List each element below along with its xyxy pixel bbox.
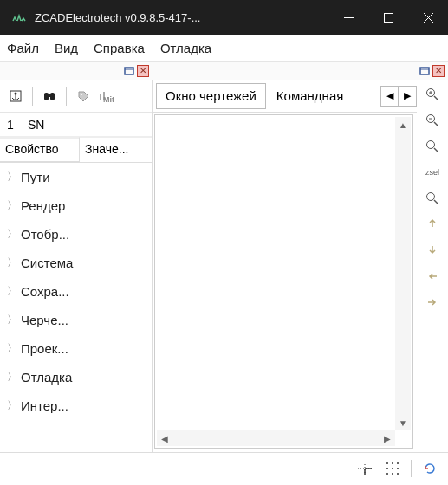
svg-point-41	[397, 462, 399, 464]
window-title: ZCADElectrotech v0.9.8.5-417-...	[35, 11, 200, 24]
pan-right-icon[interactable]	[423, 293, 442, 312]
chevron-right-icon: 〉	[7, 227, 21, 242]
chevron-right-icon: 〉	[7, 341, 21, 356]
tree-item-display[interactable]: 〉Отобр...	[0, 220, 152, 249]
titlebar: ZCADElectrotech v0.9.8.5-417-...	[0, 0, 448, 35]
zoom-extents-icon[interactable]	[423, 137, 442, 156]
tree-item-project[interactable]: 〉Проек...	[0, 334, 152, 363]
tree-item-paths[interactable]: 〉Пути	[0, 163, 152, 191]
col-property[interactable]: Свойство	[0, 137, 80, 162]
chevron-right-icon: 〉	[7, 170, 21, 184]
scroll-down-icon[interactable]: ▼	[395, 415, 411, 430]
horizontal-scrollbar[interactable]: ◀ ▶	[157, 430, 395, 446]
svg-point-42	[386, 468, 388, 469]
chevron-right-icon: 〉	[7, 370, 21, 385]
svg-point-45	[386, 473, 388, 475]
pan-left-icon[interactable]	[423, 267, 442, 286]
menu-file[interactable]: Файл	[7, 41, 39, 55]
tag-icon[interactable]	[73, 85, 94, 107]
panel-minimize-icon[interactable]	[123, 65, 135, 77]
zoom-in-icon[interactable]	[423, 85, 442, 104]
svg-rect-13	[48, 94, 51, 97]
properties-header: Свойство Значе...	[0, 137, 152, 163]
properties-toolbar: Mit	[0, 80, 152, 113]
row-sn: SN	[28, 118, 44, 132]
tree-item-system[interactable]: 〉Система	[0, 249, 152, 277]
scroll-up-icon[interactable]: ▲	[395, 117, 411, 133]
svg-point-43	[392, 468, 393, 469]
tab-drawings[interactable]: Окно чертежей	[156, 83, 266, 109]
zoom-selection-label[interactable]: zsel	[423, 163, 442, 182]
drawing-canvas[interactable]: ▲ ▼ ◀ ▶	[154, 114, 413, 449]
menu-help[interactable]: Справка	[94, 41, 145, 55]
svg-point-22	[427, 141, 435, 149]
properties-panel: Mit 1 SN Свойство Значе... 〉Пути 〉Рендер…	[0, 80, 153, 452]
svg-line-23	[434, 148, 438, 152]
tab-nav: ◀ ▶	[380, 86, 417, 107]
pan-down-icon[interactable]	[423, 241, 442, 260]
tab-prev-button[interactable]: ◀	[381, 87, 399, 106]
app-icon	[12, 12, 26, 23]
tree-item-draw[interactable]: 〉Черче...	[0, 306, 152, 334]
separator	[411, 460, 412, 477]
scroll-left-icon[interactable]: ◀	[157, 430, 172, 446]
close-button[interactable]	[408, 0, 448, 35]
svg-point-47	[397, 473, 399, 475]
zoom-out-icon[interactable]	[423, 111, 442, 130]
pan-up-icon[interactable]	[423, 215, 442, 234]
panel-minimize-icon[interactable]	[419, 65, 431, 77]
svg-line-16	[434, 96, 438, 100]
tree-item-save[interactable]: 〉Сохра...	[0, 277, 152, 306]
maximize-button[interactable]	[368, 0, 408, 35]
col-value[interactable]: Значе...	[80, 137, 152, 162]
separator	[66, 87, 67, 106]
vertical-scrollbar[interactable]: ▲ ▼	[395, 117, 411, 430]
svg-rect-1	[384, 13, 393, 22]
svg-point-46	[392, 473, 393, 475]
statusbar	[0, 452, 448, 483]
tree-item-render[interactable]: 〉Рендер	[0, 191, 152, 220]
binoculars-icon[interactable]	[39, 85, 60, 107]
right-toolbar: zsel	[417, 80, 448, 452]
tree-item-interface[interactable]: 〉Интер...	[0, 391, 152, 420]
left-panel-header: ✕	[0, 62, 153, 80]
refresh-icon[interactable]	[420, 459, 439, 478]
properties-tree: 〉Пути 〉Рендер 〉Отобр... 〉Система 〉Сохра.…	[0, 163, 152, 452]
svg-line-20	[434, 122, 438, 126]
svg-point-44	[397, 468, 399, 469]
tab-next-button[interactable]: ▶	[399, 87, 416, 106]
mit-icon[interactable]: Mit	[97, 85, 118, 107]
svg-point-40	[392, 462, 393, 464]
panel-close-icon[interactable]: ✕	[137, 65, 149, 77]
chevron-right-icon: 〉	[7, 198, 21, 213]
menu-view[interactable]: Вид	[55, 41, 78, 55]
svg-point-14	[81, 94, 82, 95]
tab-command[interactable]: Командная	[268, 83, 353, 109]
grid-origin-icon[interactable]	[355, 459, 374, 478]
chevron-right-icon: 〉	[7, 255, 21, 270]
svg-point-39	[386, 462, 388, 464]
menu-debug[interactable]: Отладка	[160, 41, 211, 55]
svg-line-25	[434, 200, 438, 204]
zoom-window-icon[interactable]	[423, 189, 442, 208]
svg-rect-4	[125, 68, 133, 74]
menubar: Файл Вид Справка Отладка	[0, 35, 448, 62]
scroll-right-icon[interactable]: ▶	[380, 430, 395, 446]
center-panel: Окно чертежей Командная ◀ ▶ ▲ ▼ ◀ ▶	[153, 80, 417, 452]
chevron-right-icon: 〉	[7, 284, 21, 299]
svg-point-24	[427, 193, 435, 201]
panel-close-icon[interactable]: ✕	[432, 65, 445, 77]
chevron-right-icon: 〉	[7, 313, 21, 327]
chevron-right-icon: 〉	[7, 398, 21, 413]
row-index: 1 SN	[0, 113, 152, 137]
separator	[32, 87, 33, 106]
tree-item-debug[interactable]: 〉Отладка	[0, 363, 152, 391]
center-panel-header: ✕	[153, 62, 448, 80]
svg-rect-6	[420, 68, 429, 74]
tabs-row: Окно чертежей Командная ◀ ▶	[153, 80, 417, 113]
anchor-icon[interactable]	[5, 85, 26, 107]
grid-snap-icon[interactable]	[383, 459, 402, 478]
row-number: 1	[7, 118, 28, 132]
minimize-button[interactable]	[328, 0, 368, 35]
